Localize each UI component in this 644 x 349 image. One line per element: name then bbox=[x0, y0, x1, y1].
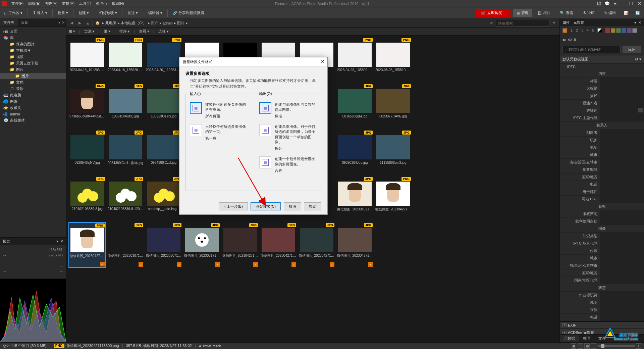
dialog-option[interactable]: ▦创建与源图像相同页数的输出图像。标准 bbox=[259, 102, 317, 119]
toolbar-slideshow[interactable]: 幻灯放映 ▾ bbox=[97, 9, 119, 17]
help-link-icon[interactable]: 🕮 bbox=[596, 1, 602, 6]
tab-metadata[interactable]: 元数据 bbox=[560, 335, 579, 342]
meta-value[interactable] bbox=[600, 188, 644, 196]
color-label-row[interactable]: ✓ 1 2 3 4 5 bbox=[560, 26, 644, 35]
meta-value[interactable]: … bbox=[600, 107, 644, 114]
meta-value[interactable] bbox=[600, 92, 644, 100]
status-zoom-in-icon[interactable]: + bbox=[636, 343, 641, 349]
breadcrumb[interactable]: ▸ 此电脑 ▸ 本地磁盘（C:） ▸ 用户 ▸ admin ▸ 图片 ▸ bbox=[102, 20, 486, 26]
thumbnail[interactable]: JPG103915y4UkQ.jpg bbox=[107, 83, 144, 129]
metadata-tag-icon[interactable]: 🏷 bbox=[568, 38, 572, 42]
thumbnail[interactable]: PNG2023-04-18_101203.png bbox=[68, 37, 106, 83]
mode-develop[interactable]: ⚗ 冲印 bbox=[579, 9, 598, 17]
tree-item[interactable]: ▸⭐收藏夹 bbox=[0, 105, 66, 111]
dialog-option[interactable]: ▦创建单页图像。对于任何所选的多页图像，为每个页面创建一个单独的图像。拆分 bbox=[259, 124, 317, 151]
nav-home-icon[interactable]: 🏠 bbox=[94, 20, 101, 27]
nav-refresh-icon[interactable]: ⟳ bbox=[488, 20, 494, 27]
tree-item[interactable]: 📁图片 bbox=[0, 73, 66, 79]
thumbnail[interactable]: JPGsrc=http__safe-img... bbox=[145, 176, 182, 221]
tree-item[interactable]: 🎵音乐 bbox=[0, 86, 66, 92]
sort-dropdown[interactable]: 排序 ▾ bbox=[119, 29, 130, 34]
meta-value[interactable] bbox=[600, 233, 644, 240]
thumbnail[interactable]: JPG210402103339-8-1200... bbox=[107, 176, 144, 221]
bars-icon[interactable]: ≡ bbox=[612, 1, 619, 6]
dialog-start-button[interactable]: 开始转换(C) bbox=[251, 202, 281, 210]
metadata-icon[interactable]: ☷ bbox=[562, 37, 566, 42]
properties-menu-icon[interactable]: ▾ bbox=[634, 20, 636, 25]
status-thumb-icon[interactable]: ▥ bbox=[584, 343, 590, 349]
menu-process[interactable]: 处理(I) bbox=[96, 1, 107, 6]
tree-item[interactable]: 📁视频 bbox=[0, 54, 66, 60]
toolbar-create[interactable]: 创建 ▾ bbox=[76, 9, 91, 17]
toolbar-import[interactable]: ↧ 导入 ▾ bbox=[31, 9, 49, 17]
close-icon[interactable]: ✕ bbox=[636, 1, 643, 6]
meta-value[interactable] bbox=[600, 85, 644, 92]
meta-value[interactable] bbox=[600, 218, 644, 225]
easy-select-icon[interactable]: ⊞ ▾ bbox=[69, 29, 75, 34]
thumbnail[interactable]: JPG微信图片_20230427125...✓ bbox=[221, 222, 259, 268]
meta-value[interactable] bbox=[600, 144, 644, 151]
tab-organize[interactable]: 整理 bbox=[579, 335, 594, 342]
mode-edit[interactable]: ✎ 编辑 bbox=[601, 9, 619, 17]
search-options-icon[interactable]: ▾ bbox=[551, 20, 557, 27]
tree-item[interactable]: 📁天翼云盘下载 bbox=[0, 60, 66, 66]
mode-sync-icon[interactable]: 🔄 bbox=[633, 9, 642, 16]
mode-view[interactable]: 🔍 查看 bbox=[556, 9, 577, 17]
select-dropdown[interactable]: 选择 ▾ bbox=[158, 29, 169, 34]
thumbnail[interactable]: JPG微信图片_20230307153...✓ bbox=[145, 222, 182, 268]
menu-view[interactable]: 视图(V) bbox=[45, 1, 58, 6]
meta-value[interactable] bbox=[600, 181, 644, 188]
nav-forward-icon[interactable]: ▶ bbox=[76, 20, 83, 27]
tree-item[interactable]: 📁本机照片 bbox=[0, 47, 66, 54]
tree-item[interactable]: 📁保存的图片 bbox=[0, 41, 66, 47]
thumbnail[interactable]: PNG微信截图_20230427113...✓ bbox=[68, 222, 106, 268]
thumbnail[interactable]: JPG105923O1Yqi.jpg bbox=[145, 83, 182, 129]
thumbnail[interactable]: JPG0934380lCzU.jpg bbox=[145, 130, 182, 175]
thumbnail[interactable]: JPG11135086ym3.jpg bbox=[374, 130, 412, 175]
search-input[interactable] bbox=[496, 20, 549, 27]
tree-item[interactable]: ▸💻此电脑 bbox=[0, 92, 66, 98]
dialog-close-icon[interactable]: ✕ bbox=[321, 59, 325, 64]
preview-close-icon[interactable]: ✕ bbox=[60, 239, 63, 244]
toolbar-send[interactable]: 发送 ▾ bbox=[125, 9, 140, 17]
thumbnail[interactable]: JPG0934380lCzU - 副本.jpg bbox=[107, 130, 144, 175]
thumbnail[interactable]: JPG0823077CAVE.jpg bbox=[374, 83, 412, 129]
thumbnail[interactable]: JPG09390304Jdu.jpg bbox=[336, 130, 374, 175]
metadata-preset-select[interactable] bbox=[562, 46, 621, 53]
status-list-icon[interactable]: ☰ bbox=[578, 343, 583, 349]
dialog-cancel-button[interactable]: 取消 bbox=[284, 202, 301, 210]
thumbnail[interactable]: PNG2023-04-28_135809.png bbox=[336, 37, 374, 83]
thumbnail[interactable]: JPG微信图片_20230427125...✓ bbox=[260, 222, 297, 268]
menu-help[interactable]: 帮助(H) bbox=[112, 1, 124, 6]
nav-back-icon[interactable]: ◀ bbox=[68, 20, 75, 27]
mode-dashboard-icon[interactable]: 📊 bbox=[622, 9, 631, 16]
thumbnail[interactable]: JPG微信图片_20230427125...✓ bbox=[336, 222, 374, 268]
zoom-slider[interactable] bbox=[598, 345, 635, 347]
filter-dropdown[interactable]: 过滤 ▾ bbox=[84, 29, 95, 34]
thumbnail[interactable]: PNG9736b68c68f444f65d4... bbox=[68, 83, 106, 129]
toolbar-weibo[interactable]: 🔗 分享到新浪微博 bbox=[171, 9, 206, 17]
meta-value[interactable] bbox=[600, 100, 644, 107]
thumbnail[interactable]: PNG2023-04-18_135028.png bbox=[107, 37, 144, 83]
meta-value[interactable] bbox=[600, 210, 644, 218]
status-zoom-out-icon[interactable]: − bbox=[591, 343, 596, 349]
dialog-help-button[interactable]: 帮助 bbox=[304, 202, 321, 210]
thumbnail[interactable]: JPG微信图片_20230307153...✓ bbox=[107, 222, 144, 268]
meta-value[interactable] bbox=[600, 255, 644, 262]
meta-value[interactable] bbox=[600, 269, 644, 277]
tree-item[interactable]: ▸👤admin bbox=[0, 111, 66, 117]
thumbnail[interactable]: PNG微信截图_20230427104... bbox=[374, 176, 412, 221]
meta-value[interactable] bbox=[600, 240, 644, 247]
status-grid-icon[interactable]: ▦ bbox=[571, 343, 576, 349]
tab-folders[interactable]: 文件夹 bbox=[0, 19, 18, 27]
meta-value[interactable] bbox=[600, 292, 644, 299]
menu-file[interactable]: 文件(F) bbox=[11, 1, 23, 6]
tree-item[interactable]: ▾📚库 bbox=[0, 35, 66, 41]
tree-item[interactable]: 📁文档 bbox=[0, 79, 66, 86]
menu-tools[interactable]: 工具(T) bbox=[79, 1, 91, 6]
buy-now-button[interactable]: 🛒 立即购买！ bbox=[476, 9, 511, 17]
toolbar-workspace[interactable]: ⬚ 工作区 ▾ bbox=[2, 9, 24, 17]
view-dropdown[interactable]: 查看 ▾ bbox=[139, 29, 149, 34]
tab-close-icon[interactable]: ✕ bbox=[62, 20, 65, 25]
preview-menu-icon[interactable]: ▾ bbox=[56, 239, 58, 244]
